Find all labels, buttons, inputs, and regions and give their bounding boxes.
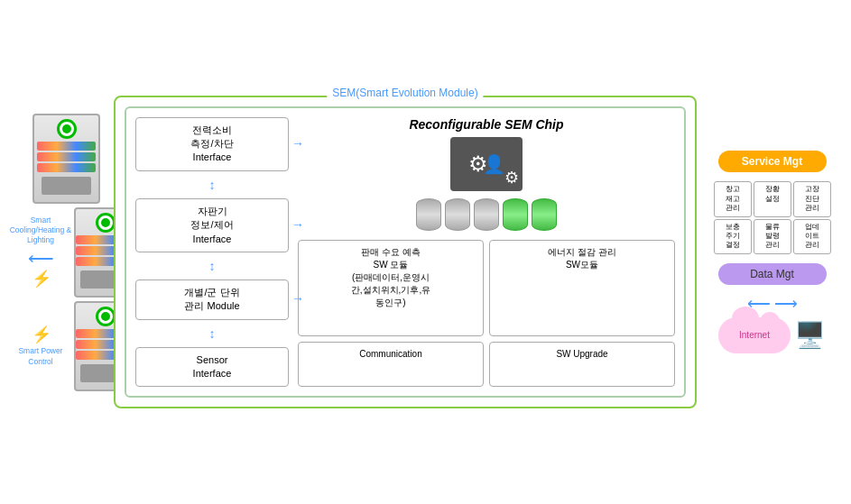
smart-power-label: Smart Power Control bbox=[9, 346, 72, 366]
arrow-right-icon: ⟶ bbox=[774, 294, 798, 314]
energy-saving-text: 에너지 절감 관리SW모듈 bbox=[548, 247, 616, 270]
lightning-group-3: ⚡ Smart Power Control bbox=[9, 325, 72, 366]
data-mgt-badge: Data Mgt bbox=[718, 263, 827, 285]
energy-saving-module: 에너지 절감 관리SW모듈 bbox=[489, 240, 675, 336]
gear-icon-2: ⚙ bbox=[504, 168, 519, 188]
sem-title: SEM(Smart Evolution Module) bbox=[327, 87, 483, 99]
power-interface-text: 전력소비측정/차단Interface bbox=[190, 124, 233, 163]
sem-outer-box: SEM(Smart Evolution Module) 전력소비측정/차단Int… bbox=[114, 96, 697, 409]
communication-module: Communication bbox=[298, 342, 484, 388]
chip-title: Reconfigurable SEM Chip bbox=[298, 117, 675, 132]
arrow-down-1: ↕ bbox=[135, 179, 289, 191]
sw-modules-grid: 판매 수요 예측SW 모듈(판매데이터,운영시간,설치위치,기후,유동인구) 에… bbox=[298, 240, 675, 388]
data-table: 창고재고관리 장황설정 고장진단관리 보충주기결정 물류발령관리 업데이트관리 bbox=[714, 181, 831, 253]
data-cell-5: 물류발령관리 bbox=[754, 219, 791, 254]
cylinder-2 bbox=[445, 198, 470, 231]
cloud-icon: Internet bbox=[718, 317, 791, 353]
vending-interface-text: 자판기정보/제어Interface bbox=[190, 206, 233, 244]
cloud-computer-row: Internet 🖥️ bbox=[718, 317, 826, 353]
vending-machine-1 bbox=[32, 114, 100, 204]
sem-left-panel: 전력소비측정/차단Interface → ↕ 자판기정보/제어Interface… bbox=[135, 117, 289, 388]
sales-forecast-module: 판매 수요 예측SW 모듈(판매데이터,운영시간,설치위치,기후,유동인구) bbox=[298, 240, 484, 336]
vm-shelf bbox=[37, 142, 96, 151]
vm-circle-1 bbox=[57, 119, 77, 139]
vending-unit-2-row: Smart Cooling/Heating & Lighting ⟵ ⚡ bbox=[9, 207, 108, 298]
lightning-group-2: Smart Cooling/Heating & Lighting ⟵ ⚡ bbox=[9, 215, 72, 289]
vm-shelf bbox=[37, 163, 96, 172]
communication-text: Communication bbox=[359, 349, 421, 359]
vm-shelf bbox=[37, 152, 96, 161]
lightning-icon-bottom: ⚡ bbox=[32, 325, 50, 344]
sw-upgrade-text: SW Upgrade bbox=[556, 349, 607, 359]
arrow-right-management: → bbox=[291, 290, 304, 308]
vending-unit-1 bbox=[9, 114, 108, 204]
arrow-right-power: → bbox=[291, 135, 304, 153]
vm-shelves-1 bbox=[37, 142, 96, 172]
service-mgt-badge: Service Mgt bbox=[718, 151, 827, 172]
vm-circle-2 bbox=[96, 213, 116, 233]
cylinders-row bbox=[298, 198, 675, 231]
data-cell-4: 보충주기결정 bbox=[714, 219, 752, 254]
data-cell-6: 업데이트관리 bbox=[793, 219, 831, 254]
vending-unit-3-row: ⚡ Smart Power Control bbox=[9, 301, 108, 391]
vm-circle-inner-1 bbox=[62, 124, 71, 133]
power-interface-box: 전력소비측정/차단Interface → bbox=[135, 117, 289, 171]
cloud-wrapper: Internet bbox=[718, 317, 791, 353]
data-cell-1: 창고재고관리 bbox=[714, 181, 752, 216]
data-cell-3: 고장진단관리 bbox=[793, 181, 831, 216]
management-module-text: 개별/군 단위관리 Module bbox=[184, 287, 239, 311]
sensor-interface-text: SensorInterface bbox=[193, 354, 232, 379]
cylinder-3 bbox=[474, 198, 499, 231]
management-module-box: 개별/군 단위관리 Module → bbox=[135, 279, 289, 320]
cylinder-1 bbox=[416, 198, 441, 231]
arrow-down-2: ↕ bbox=[135, 260, 289, 272]
smart-cooling-label: Smart Cooling/Heating & Lighting bbox=[9, 215, 72, 245]
vending-machines-panel: Smart Cooling/Heating & Lighting ⟵ ⚡ ⚡ bbox=[9, 114, 108, 391]
vm-circle-inner-2 bbox=[101, 218, 110, 227]
lightning-icon-top: ⚡ bbox=[32, 269, 50, 289]
internet-section: ⟵ ⟶ Internet 🖥️ bbox=[718, 294, 826, 353]
internet-label: Internet bbox=[739, 330, 770, 340]
main-container: Smart Cooling/Heating & Lighting ⟵ ⚡ ⚡ bbox=[0, 0, 851, 504]
sem-inner-box: 전력소비측정/차단Interface → ↕ 자판기정보/제어Interface… bbox=[125, 106, 686, 399]
vm-base-1 bbox=[42, 177, 91, 195]
right-service-panel: Service Mgt 창고재고관리 장황설정 고장진단관리 보충주기결정 물류… bbox=[702, 151, 842, 353]
sensor-interface-box: SensorInterface bbox=[135, 347, 289, 388]
arrow-down-3: ↕ bbox=[135, 327, 289, 340]
data-cell-2: 장황설정 bbox=[754, 181, 791, 216]
sem-right-panel: Reconfigurable SEM Chip ⚙ 👤 ⚙ bbox=[298, 117, 675, 388]
cylinder-5 bbox=[532, 198, 557, 231]
chip-icon-area: ⚙ 👤 ⚙ bbox=[298, 137, 675, 191]
arrow-left-2: ⟵ bbox=[28, 247, 54, 269]
computer-icon: 🖥️ bbox=[794, 320, 826, 350]
sales-forecast-text: 판매 수요 예측SW 모듈(판매데이터,운영시간,설치위치,기후,유동인구) bbox=[351, 247, 430, 307]
cylinder-4 bbox=[503, 198, 528, 231]
person-icon: 👤 bbox=[483, 153, 505, 175]
arrow-right-vending: → bbox=[291, 216, 304, 234]
sw-upgrade-module: SW Upgrade bbox=[489, 342, 675, 388]
gear-figure: ⚙ 👤 ⚙ bbox=[450, 137, 523, 191]
vm-circle-3 bbox=[96, 307, 116, 326]
vending-interface-box: 자판기정보/제어Interface → bbox=[135, 198, 289, 252]
vm-circle-inner-3 bbox=[101, 312, 110, 321]
